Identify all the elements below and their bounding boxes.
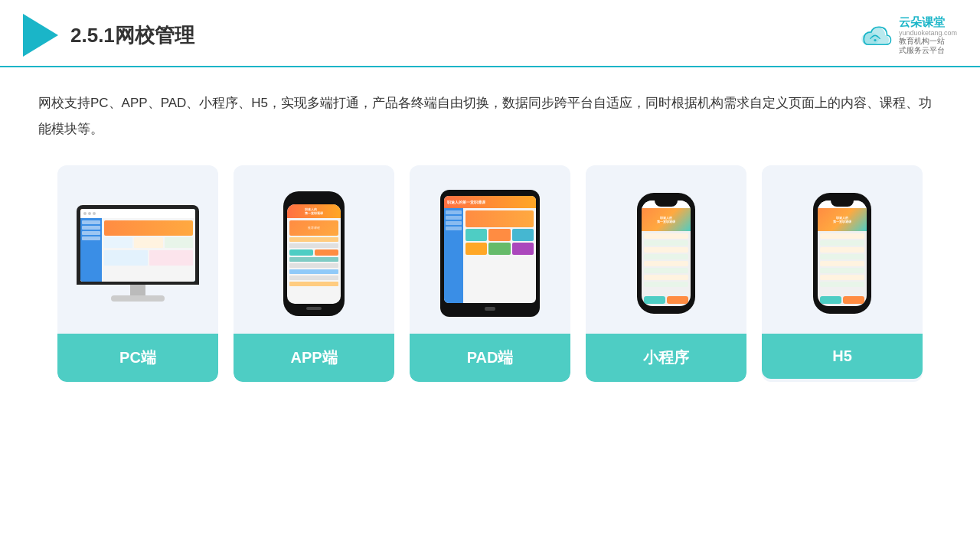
card-pc: PC端 [57,165,218,382]
card-app: 职途人的第一堂职通课 推荐课程 [234,165,394,382]
description-text: 网校支持PC、APP、PAD、小程序、H5，实现多端打通，产品各终端自由切换，数… [38,90,942,142]
main-content: 网校支持PC、APP、PAD、小程序、H5，实现多端打通，产品各终端自由切换，数… [0,67,980,397]
brand-name: 云朵课堂 [899,15,945,29]
h5-phone-icon: 职途人的第一堂职通课 [813,193,871,314]
card-miniprogram-label: 小程序 [586,334,746,382]
card-h5: 职途人的第一堂职通课 [762,165,923,382]
card-app-image: 职途人的第一堂职通课 推荐课程 [234,165,394,334]
brand-url: yunduoketang.com [899,29,957,37]
cards-container: PC端 职途人的第一堂职通课 [38,165,942,382]
card-app-label: APP端 [234,334,394,382]
brand-logo: 云朵课堂 yunduoketang.com 教育机构一站式服务云平台 [856,15,957,56]
card-miniprogram-image: 职途人的第一堂职通课 [586,165,746,334]
header-right: 云朵课堂 yunduoketang.com 教育机构一站式服务云平台 [856,15,957,56]
logo-triangle-icon [23,14,58,57]
card-pad-label: PAD端 [410,334,570,382]
brand-text: 云朵课堂 yunduoketang.com 教育机构一站式服务云平台 [899,15,957,56]
card-pc-image [57,165,218,334]
card-pc-label: PC端 [57,334,218,382]
header-left: 2.5.1网校管理 [23,14,194,57]
card-miniprogram: 职途人的第一堂职通课 [586,165,746,382]
card-h5-label: H5 [762,334,923,379]
pc-monitor-icon [77,205,199,302]
miniprogram-phone-icon: 职途人的第一堂职通课 [637,193,695,314]
brand-slogan: 教育机构一站式服务云平台 [899,37,945,55]
page-header: 2.5.1网校管理 云朵课堂 yunduoketang.com 教育机构一站式服… [0,0,980,67]
cloud-icon [856,21,894,49]
app-phone-icon: 职途人的第一堂职通课 推荐课程 [283,191,345,316]
card-pad: 职途人的第一堂职通课 [410,165,570,382]
page-title: 2.5.1网校管理 [70,22,194,49]
card-pad-image: 职途人的第一堂职通课 [410,165,570,334]
pad-device-icon: 职途人的第一堂职通课 [440,190,540,317]
svg-point-1 [874,39,876,41]
card-h5-image: 职途人的第一堂职通课 [762,165,923,334]
